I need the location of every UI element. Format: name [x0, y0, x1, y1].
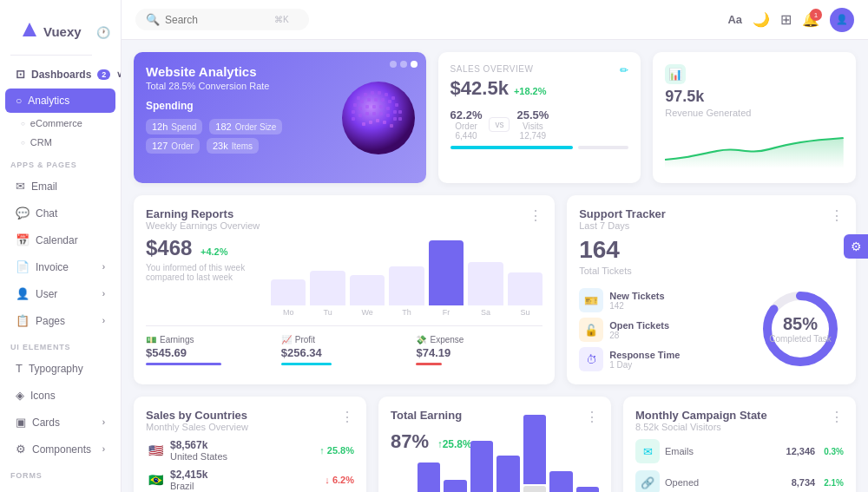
earn-stat-value: $74.19	[416, 346, 542, 359]
total-earning-card: Total Earning ⋮ 87% ↑25.8%	[378, 397, 611, 492]
country-name: United States	[170, 451, 314, 462]
sidebar-item-form-elements[interactable]: ☰ Form Elements ›	[5, 484, 115, 492]
sidebar-item-email[interactable]: ✉ Email	[5, 174, 115, 199]
sidebar-item-analytics[interactable]: ○ Analytics	[5, 89, 115, 113]
ticket-name: New Tickets	[609, 291, 664, 301]
total-earning-bars	[391, 460, 599, 492]
sidebar-item-crm[interactable]: CRM	[0, 133, 121, 152]
support-inner: 🎫 New Tickets 142 🔓 Open Tickets 28 ⏱ Re…	[579, 281, 844, 372]
avatar[interactable]: 👤	[830, 8, 854, 32]
svg-rect-27	[379, 112, 383, 115]
pages-icon: 📋	[16, 314, 30, 327]
bar-label-tu: Tu	[310, 308, 345, 317]
svg-rect-31	[362, 122, 365, 126]
sidebar-label-analytics: Analytics	[28, 95, 69, 107]
total-earning-menu-icon[interactable]: ⋮	[585, 409, 599, 425]
bar-label-fr: Fr	[429, 308, 464, 317]
progress-visits	[578, 146, 629, 149]
camp-icon: 🔗	[635, 470, 660, 492]
sidebar-item-user[interactable]: 👤 User ›	[5, 281, 115, 306]
ticket-name: Response Time	[609, 350, 680, 360]
svg-rect-24	[358, 114, 362, 117]
analytics-title: Website Analytics	[146, 64, 414, 79]
ticket-name: Open Tickets	[609, 320, 669, 331]
svg-rect-14	[395, 103, 398, 107]
earning-title: Earning Reports	[146, 207, 260, 220]
sidebar-item-chat[interactable]: 💬 Chat	[5, 200, 115, 226]
svg-rect-7	[391, 96, 395, 100]
sidebar-label-dashboards: Dashboards	[31, 69, 91, 81]
top-navbar: 🔍 ⌘K Aa 🌙 ⊞ 🔔 1 👤	[122, 0, 868, 40]
stat-ordersize: 182 Order Size	[209, 119, 282, 134]
sidebar-item-invoice[interactable]: 📄 Invoice ›	[5, 254, 115, 279]
ticket-row-open-tickets: 🔓 Open Tickets 28	[579, 318, 748, 342]
bar-tu	[310, 271, 345, 305]
countries-header: Sales by Countries Monthly Sales Overvie…	[146, 409, 354, 432]
sales-edit-icon[interactable]: ✏	[620, 64, 628, 76]
svg-rect-30	[398, 117, 402, 121]
ticket-num: 142	[609, 301, 664, 311]
total-tickets-label: Total Tickets	[579, 266, 844, 276]
notification-icon[interactable]: 🔔 1	[802, 11, 819, 28]
sidebar-item-cards[interactable]: ▣ Cards ›	[5, 410, 115, 435]
bar-primary	[496, 456, 520, 492]
sidebar-item-components[interactable]: ⚙ Components ›	[5, 436, 115, 462]
darkmode-icon[interactable]: 🌙	[753, 11, 770, 28]
svg-rect-17	[365, 105, 369, 108]
row-2: Earning Reports Weekly Earnings Overview…	[134, 195, 856, 384]
notification-badge: 1	[810, 9, 822, 21]
sidebar-item-calendar[interactable]: 📅 Calendar	[5, 227, 115, 253]
total-earning-bar-7	[576, 487, 600, 492]
grid-icon[interactable]: ⊞	[780, 11, 792, 28]
svg-rect-19	[379, 105, 383, 108]
analytics-icon: ○	[16, 95, 22, 107]
donut-label: 85% Completed Task	[769, 314, 832, 344]
earn-stat-icon: 💸	[416, 335, 426, 344]
support-menu-icon[interactable]: ⋮	[830, 207, 844, 224]
campaign-menu-icon[interactable]: ⋮	[830, 409, 844, 425]
bar-su	[508, 272, 542, 305]
earning-menu-icon[interactable]: ⋮	[529, 207, 542, 224]
section-label-ui: UI ELEMENTS	[0, 334, 121, 355]
customize-button[interactable]: ⚙	[844, 234, 868, 259]
total-earning-bar-5	[523, 415, 547, 492]
revenue-card: 📊 97.5k Revenue Generated	[653, 52, 856, 183]
email-icon: ✉	[16, 180, 25, 193]
svg-rect-33	[376, 119, 379, 122]
sidebar-label-crm: CRM	[30, 137, 52, 148]
countries-menu-icon[interactable]: ⋮	[340, 409, 354, 425]
svg-rect-34	[383, 121, 386, 124]
camp-name: Opened	[665, 477, 786, 488]
earning-subtitle: Weekly Earnings Overview	[146, 220, 260, 231]
sidebar-label-chat: Chat	[36, 207, 57, 220]
sidebar-item-dashboards[interactable]: ⊡ Dashboards 2 ∨	[5, 62, 115, 87]
camp-pct: 2.1%	[824, 478, 844, 488]
bar-secondary	[523, 486, 547, 492]
campaign-header: Monthly Campaign State 8.52k Social Visi…	[635, 409, 844, 432]
sidebar-label-ecommerce: eCommerce	[30, 118, 82, 128]
search-box[interactable]: 🔍 ⌘K	[135, 9, 309, 30]
sidebar-item-pages[interactable]: 📋 Pages ›	[5, 308, 115, 333]
sidebar-item-ecommerce[interactable]: eCommerce	[0, 114, 121, 133]
svg-rect-16	[358, 107, 362, 110]
stat-items-val: 23k	[213, 141, 228, 151]
translate-icon[interactable]: Aa	[727, 13, 742, 26]
country-pct: ↓ 6.2%	[325, 475, 354, 485]
stat-order-val: 127	[152, 141, 168, 151]
search-input[interactable]	[165, 14, 269, 26]
stat-spend: 12h Spend	[146, 119, 202, 134]
ticket-num: 28	[609, 331, 669, 340]
revenue-chart	[665, 125, 844, 171]
bar-label-th: Th	[389, 308, 424, 317]
bar-primary	[576, 487, 600, 492]
avatar-initials: 👤	[836, 14, 848, 25]
sidebar-item-icons[interactable]: ◈ Icons	[5, 383, 115, 408]
svg-rect-11	[374, 98, 378, 102]
progress-bars	[450, 146, 629, 149]
brand: Vuexy	[10, 9, 92, 56]
total-earning-bar-4	[496, 456, 520, 492]
sidebar-item-typography[interactable]: T Typography	[5, 356, 115, 381]
total-earning-header: Total Earning ⋮	[391, 409, 599, 425]
ticket-icon: 🔓	[579, 318, 603, 342]
bar-we	[350, 275, 385, 305]
